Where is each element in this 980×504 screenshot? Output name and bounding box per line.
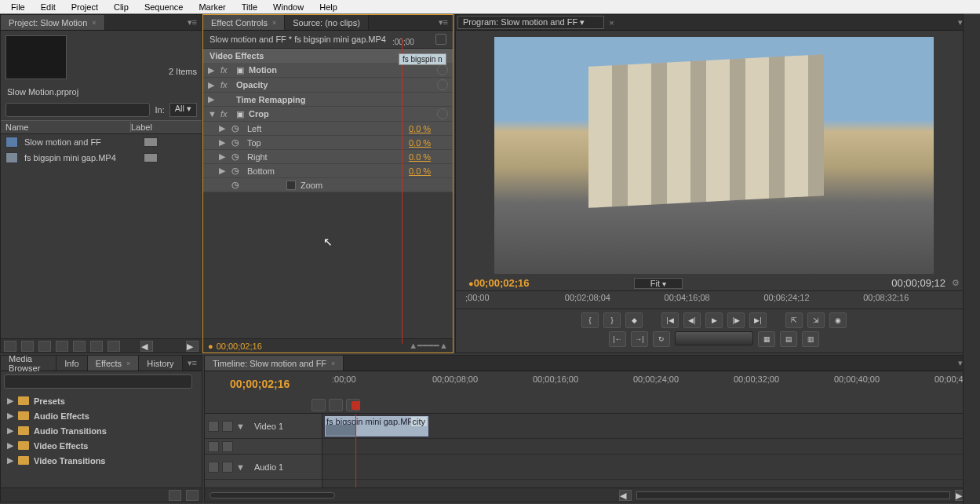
- program-current-timecode[interactable]: 00;00;02;16: [474, 277, 530, 289]
- twirl-icon[interactable]: ▼: [236, 462, 245, 472]
- fx-icon[interactable]: fx: [220, 80, 231, 89]
- jog-shuttle[interactable]: [675, 331, 753, 345]
- twirl-icon[interactable]: ▼: [208, 109, 216, 119]
- trim-button[interactable]: ▥: [802, 331, 819, 347]
- program-sequence-dropdown[interactable]: Program: Slow motion and FF ▾: [457, 16, 604, 29]
- fx-icon[interactable]: fx: [220, 65, 231, 75]
- close-icon[interactable]: ×: [331, 360, 335, 367]
- effects-folder-audio-effects[interactable]: ▶Audio Effects: [5, 408, 197, 423]
- new-bin-button[interactable]: [73, 341, 86, 352]
- menu-edit[interactable]: Edit: [33, 2, 64, 12]
- video-track-header[interactable]: ▼ Video 1: [205, 414, 322, 439]
- close-icon[interactable]: ×: [609, 18, 614, 27]
- project-item[interactable]: Slow motion and FF: [1, 134, 202, 150]
- tab-effect-controls[interactable]: Effect Controls ×: [203, 15, 285, 30]
- tools-panel[interactable]: [963, 14, 980, 504]
- snap-button[interactable]: [311, 399, 326, 411]
- find-button[interactable]: [56, 341, 68, 352]
- monitor-view[interactable]: [494, 37, 934, 274]
- target-toggle[interactable]: [208, 441, 219, 452]
- effects-folder-audio-transitions[interactable]: ▶Audio Transitions: [5, 423, 197, 438]
- panel-menu-icon[interactable]: ▾≡: [183, 17, 202, 27]
- keyframe-reset-icon[interactable]: [437, 64, 448, 75]
- go-to-in-button[interactable]: |◀: [661, 312, 679, 328]
- track-area[interactable]: fs bigspin mini gap.MP4 city: [322, 414, 972, 492]
- step-back-button[interactable]: ◀|: [683, 312, 701, 328]
- col-name[interactable]: Name: [5, 122, 131, 132]
- timeline-ruler[interactable]: :00;00 00;00;08;00 00;00;16;00 00;00;24;…: [332, 374, 966, 393]
- prev-edit-button[interactable]: |←: [609, 331, 626, 347]
- timeline-timecode[interactable]: 00;00;02;16: [230, 378, 301, 390]
- zoom-fit-dropdown[interactable]: Fit ▾: [634, 278, 683, 289]
- trash-button[interactable]: [186, 490, 199, 501]
- project-item[interactable]: fs bigspin mini gap.MP4: [1, 150, 202, 166]
- twirl-icon[interactable]: ▼: [236, 422, 245, 431]
- twirl-icon[interactable]: ▶: [219, 123, 227, 133]
- effects-folder-presets[interactable]: ▶Presets: [5, 393, 197, 408]
- automate-button[interactable]: [38, 341, 51, 352]
- step-fwd-button[interactable]: |▶: [727, 312, 745, 328]
- panel-menu-icon[interactable]: ▾≡: [434, 17, 453, 27]
- output-button[interactable]: ▤: [780, 331, 797, 347]
- eye-toggle[interactable]: [208, 421, 219, 432]
- close-icon[interactable]: ×: [92, 19, 96, 27]
- twirl-icon[interactable]: ▶: [208, 80, 216, 90]
- effect-opacity[interactable]: ▶ fx Opacity: [203, 78, 453, 93]
- tab-timeline[interactable]: Timeline: Slow motion and FF ×: [205, 356, 344, 371]
- safe-margins-button[interactable]: ▦: [758, 331, 775, 347]
- menu-help[interactable]: Help: [311, 2, 345, 12]
- effects-folder-video-effects[interactable]: ▶Video Effects: [5, 438, 197, 453]
- menu-file[interactable]: File: [3, 2, 33, 12]
- menu-clip[interactable]: Clip: [106, 2, 137, 12]
- param-value[interactable]: 0.0 %: [409, 166, 448, 176]
- audio-track-1[interactable]: [322, 455, 972, 480]
- stopwatch-icon[interactable]: ◷: [231, 152, 242, 162]
- settings-icon[interactable]: ⚙: [952, 278, 960, 288]
- audio-track-header[interactable]: ▼ Audio 1: [205, 455, 322, 480]
- timeline-zoom-slider[interactable]: [209, 492, 335, 499]
- lock-toggle[interactable]: [222, 462, 233, 473]
- marker-button[interactable]: ◆: [625, 312, 643, 328]
- param-value[interactable]: 0.0 %: [409, 152, 448, 162]
- mark-in-button[interactable]: {: [581, 312, 599, 328]
- stopwatch-icon[interactable]: ◷: [231, 166, 242, 176]
- keyframe-reset-icon[interactable]: [437, 79, 448, 90]
- in-dropdown[interactable]: All ▾: [169, 103, 197, 117]
- effects-search-input[interactable]: [4, 374, 192, 389]
- sync-toggle[interactable]: [222, 441, 233, 452]
- label-swatch[interactable]: [144, 137, 158, 147]
- fx-icon[interactable]: fx: [220, 109, 231, 119]
- twirl-icon[interactable]: ▶: [208, 65, 216, 75]
- project-search-input[interactable]: [5, 103, 150, 117]
- icon-view-button[interactable]: [21, 341, 34, 352]
- loop-button[interactable]: ↻: [653, 331, 670, 347]
- twirl-icon[interactable]: ▶: [7, 425, 13, 436]
- ec-timecode[interactable]: 00;00;02;16: [217, 341, 262, 351]
- menu-marker[interactable]: Marker: [191, 2, 233, 12]
- twirl-icon[interactable]: ▶: [219, 166, 227, 176]
- list-view-button[interactable]: [4, 341, 16, 352]
- tab-source[interactable]: Source: (no clips): [285, 15, 369, 30]
- param-value[interactable]: 0.0 %: [409, 138, 448, 148]
- ec-playhead[interactable]: [402, 38, 403, 344]
- menu-sequence[interactable]: Sequence: [137, 2, 191, 12]
- col-label[interactable]: Label: [131, 122, 152, 132]
- label-swatch[interactable]: [144, 153, 158, 163]
- effect-time-remapping[interactable]: ▶ Time Remapping: [203, 93, 453, 107]
- video-track-1[interactable]: fs bigspin mini gap.MP4 city: [322, 414, 972, 439]
- timeline-playhead[interactable]: [355, 414, 356, 492]
- effects-folder-video-transitions[interactable]: ▶Video Transitions: [5, 453, 197, 468]
- lock-toggle[interactable]: [222, 421, 233, 432]
- param-value[interactable]: 0.0 %: [409, 124, 448, 133]
- timeline-scrollbar[interactable]: [636, 491, 950, 499]
- tab-history[interactable]: History: [139, 356, 182, 371]
- twirl-icon[interactable]: ▶: [219, 137, 227, 148]
- twirl-icon[interactable]: ▶: [219, 152, 227, 162]
- menu-window[interactable]: Window: [265, 2, 311, 12]
- tab-effects[interactable]: Effects×: [88, 356, 140, 371]
- menu-title[interactable]: Title: [234, 2, 265, 12]
- trash-button[interactable]: [107, 341, 120, 352]
- extract-button[interactable]: ⇲: [807, 312, 825, 328]
- new-item-button[interactable]: [90, 341, 103, 352]
- new-bin-button[interactable]: [169, 490, 181, 501]
